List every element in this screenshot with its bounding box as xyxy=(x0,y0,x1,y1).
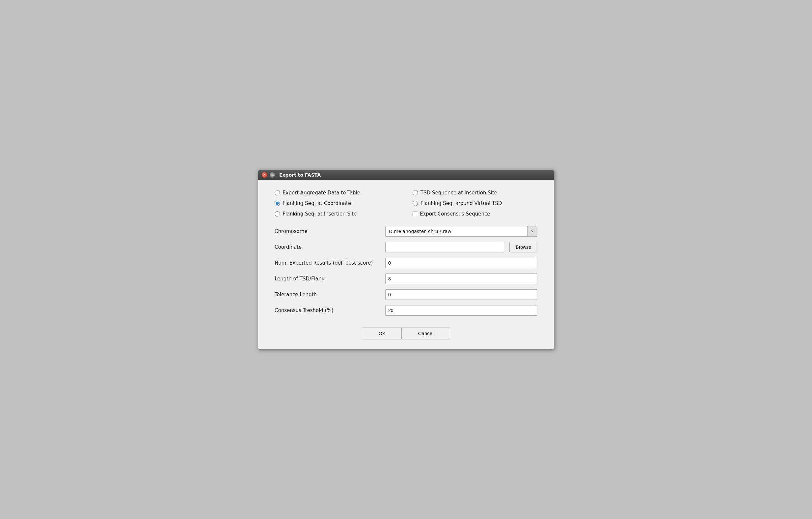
form-section: Chromosome D.melanogaster_chr3R.raw ∨ Co… xyxy=(274,226,538,316)
chromosome-value: D.melanogaster_chr3R.raw xyxy=(385,227,527,235)
coordinate-label: Coordinate xyxy=(274,244,380,250)
flanking-coord-radio[interactable] xyxy=(274,201,280,206)
ok-button[interactable]: Ok xyxy=(362,328,401,339)
aggregate-radio[interactable] xyxy=(274,190,280,195)
chromosome-dropdown-arrow[interactable]: ∨ xyxy=(527,226,537,237)
consensus-threshold-label: Consensus Treshold (%) xyxy=(274,307,380,313)
consensus-threshold-row: Consensus Treshold (%) xyxy=(274,305,538,316)
num-exported-label: Num. Exported Results (def. best score) xyxy=(274,260,380,266)
flanking-insert-radio[interactable] xyxy=(274,211,280,217)
browse-button[interactable]: Browse xyxy=(510,242,538,252)
minimize-button[interactable]: ▭ xyxy=(269,172,275,178)
title-bar: ✕ ▭ Export to FASTA xyxy=(258,170,554,180)
close-icon: ✕ xyxy=(263,173,266,177)
chevron-down-icon: ∨ xyxy=(531,229,533,233)
option-tsd-sequence[interactable]: TSD Sequence at Insertion Site xyxy=(413,190,538,196)
chromosome-row: Chromosome D.melanogaster_chr3R.raw ∨ xyxy=(274,226,538,237)
dialog-buttons: Ok Cancel xyxy=(274,328,538,339)
option-export-consensus[interactable]: Export Consensus Sequence xyxy=(413,211,538,217)
chromosome-label: Chromosome xyxy=(274,228,380,234)
flanking-insert-label[interactable]: Flanking Seq. at Insertion Site xyxy=(283,211,357,217)
option-aggregate[interactable]: Export Aggregate Data to Table xyxy=(274,190,399,196)
minimize-icon: ▭ xyxy=(271,173,273,176)
length-tsd-input[interactable] xyxy=(385,274,538,284)
tolerance-length-input[interactable] xyxy=(385,289,538,300)
flanking-virtual-label[interactable]: Flanking Seq. around Virtual TSD xyxy=(420,200,502,206)
tolerance-length-label: Tolerance Length xyxy=(274,292,380,298)
cancel-button[interactable]: Cancel xyxy=(401,328,451,339)
option-flanking-virtual[interactable]: Flanking Seq. around Virtual TSD xyxy=(413,200,538,206)
chromosome-select[interactable]: D.melanogaster_chr3R.raw ∨ xyxy=(385,226,538,237)
num-exported-input[interactable] xyxy=(385,258,538,268)
coordinate-row: Coordinate Browse xyxy=(274,242,538,252)
tsd-sequence-label[interactable]: TSD Sequence at Insertion Site xyxy=(420,190,497,196)
coordinate-input[interactable] xyxy=(385,242,504,252)
consensus-threshold-input[interactable] xyxy=(385,305,538,316)
aggregate-label[interactable]: Export Aggregate Data to Table xyxy=(283,190,360,196)
option-flanking-coord[interactable]: Flanking Seq. at Coordinate xyxy=(274,200,399,206)
tsd-sequence-radio[interactable] xyxy=(413,190,418,195)
options-section: Export Aggregate Data to Table TSD Seque… xyxy=(274,190,538,217)
window-controls: ✕ ▭ xyxy=(261,172,275,178)
dialog-title: Export to FASTA xyxy=(279,172,321,177)
export-consensus-checkbox[interactable] xyxy=(413,212,417,216)
length-tsd-label: Length of TSD/Flank xyxy=(274,276,380,282)
dialog-content: Export Aggregate Data to Table TSD Seque… xyxy=(258,180,554,349)
flanking-virtual-radio[interactable] xyxy=(413,201,418,206)
flanking-coord-label[interactable]: Flanking Seq. at Coordinate xyxy=(283,200,351,206)
close-button[interactable]: ✕ xyxy=(261,172,267,178)
num-exported-row: Num. Exported Results (def. best score) xyxy=(274,258,538,268)
length-tsd-row: Length of TSD/Flank xyxy=(274,274,538,284)
option-flanking-insert[interactable]: Flanking Seq. at Insertion Site xyxy=(274,211,399,217)
tolerance-length-row: Tolerance Length xyxy=(274,289,538,300)
export-consensus-label[interactable]: Export Consensus Sequence xyxy=(420,211,490,217)
export-fasta-dialog: ✕ ▭ Export to FASTA Export Aggregate Dat… xyxy=(258,170,554,350)
